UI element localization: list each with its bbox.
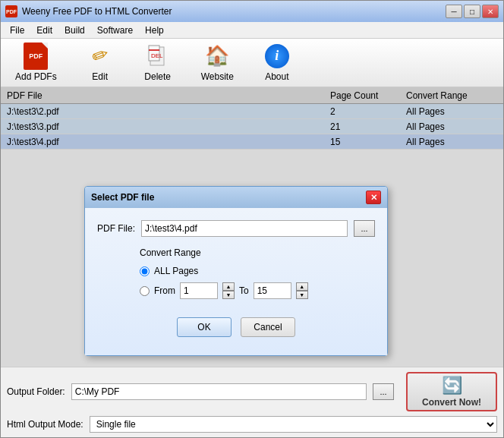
title-bar: PDF Weeny Free PDF to HTML Converter ─ □…	[1, 1, 503, 22]
menu-file[interactable]: File	[4, 24, 30, 37]
to-spinner-down[interactable]: ▼	[296, 291, 308, 299]
from-to-row: From ▲ ▼ To ▲ ▼	[140, 282, 375, 299]
close-button[interactable]: ✕	[482, 5, 499, 18]
select-pdf-dialog: Select PDF file ✕ PDF File: ... Convert …	[84, 186, 388, 356]
minimize-button[interactable]: ─	[446, 5, 462, 18]
delete-icon: DEL	[146, 44, 170, 68]
pdf-icon: PDF	[24, 44, 48, 68]
website-label: Website	[201, 71, 234, 82]
pdf-browse-button[interactable]: ...	[354, 220, 375, 237]
convert-icon: 🔄	[442, 376, 462, 395]
main-window: PDF Weeny Free PDF to HTML Converter ─ □…	[0, 0, 504, 438]
dialog-body: PDF File: ... Convert Range ALL Pages Fr…	[85, 208, 387, 355]
to-spinner: ▲ ▼	[296, 282, 308, 299]
menu-bar: File Edit Build Software Help	[1, 22, 503, 39]
convert-range-label: Convert Range	[140, 247, 375, 258]
window-controls: ─ □ ✕	[446, 5, 499, 18]
house-icon: 🏠	[205, 44, 229, 68]
convert-label: Convert Now!	[422, 397, 481, 408]
bottom-panel: Output Folder: ... 🔄 Convert Now! Html O…	[1, 367, 503, 437]
pdf-file-row: PDF File: ...	[97, 220, 375, 237]
from-label: From	[154, 285, 175, 296]
window-title: Weeny Free PDF to HTML Converter	[22, 6, 446, 17]
dialog-buttons: OK Cancel	[97, 311, 375, 343]
from-input[interactable]	[180, 282, 218, 299]
all-pages-label: ALL Pages	[154, 266, 198, 276]
from-spinner-up[interactable]: ▲	[222, 282, 235, 291]
menu-edit[interactable]: Edit	[30, 24, 58, 37]
restore-button[interactable]: □	[464, 5, 480, 18]
file-list-container: PDF File Page Count Convert Range J:\tes…	[1, 87, 503, 367]
delete-button[interactable]: DEL Delete	[135, 40, 181, 86]
to-label: To	[239, 285, 249, 296]
add-pdfs-label: Add PDFs	[15, 71, 57, 82]
cancel-button[interactable]: Cancel	[241, 317, 295, 337]
pencil-icon: ✏	[88, 44, 112, 68]
svg-text:DEL: DEL	[151, 52, 163, 59]
output-folder-row: Output Folder: ... 🔄 Convert Now!	[7, 372, 497, 411]
edit-button[interactable]: ✏ Edit	[77, 40, 123, 86]
output-browse-button[interactable]: ...	[373, 383, 394, 400]
ok-button[interactable]: OK	[177, 317, 232, 337]
convert-now-button[interactable]: 🔄 Convert Now!	[406, 372, 497, 411]
all-pages-row: ALL Pages	[140, 266, 375, 276]
pdf-file-input[interactable]	[141, 220, 348, 237]
dialog-title-bar: Select PDF file ✕	[85, 187, 387, 208]
to-input[interactable]	[254, 282, 291, 299]
to-spinner-up[interactable]: ▲	[296, 282, 308, 291]
info-icon: i	[265, 44, 289, 68]
menu-software[interactable]: Software	[91, 24, 139, 37]
edit-label: Edit	[92, 71, 108, 82]
from-to-radio[interactable]	[140, 286, 150, 296]
website-button[interactable]: 🏠 Website	[193, 40, 242, 86]
toolbar: PDF Add PDFs ✏ Edit DEL Delete	[1, 39, 503, 87]
from-spinner: ▲ ▼	[222, 282, 235, 299]
html-output-select[interactable]: Single file Multiple files	[90, 416, 497, 433]
about-label: About	[265, 71, 288, 82]
add-pdfs-button[interactable]: PDF Add PDFs	[7, 40, 65, 86]
output-folder-input[interactable]	[71, 383, 367, 400]
output-folder-label: Output Folder:	[7, 386, 65, 397]
about-button[interactable]: i About	[254, 40, 300, 86]
dialog-close-button[interactable]: ✕	[366, 191, 381, 204]
html-output-label: Html Output Mode:	[7, 419, 83, 430]
menu-build[interactable]: Build	[58, 24, 91, 37]
dialog-title: Select PDF file	[91, 192, 366, 203]
convert-range-group: ALL Pages From ▲ ▼ To ▲	[140, 266, 375, 299]
menu-help[interactable]: Help	[139, 24, 170, 37]
html-output-row: Html Output Mode: Single file Multiple f…	[7, 416, 497, 433]
all-pages-radio[interactable]	[140, 266, 150, 276]
app-icon: PDF	[5, 5, 17, 17]
from-spinner-down[interactable]: ▼	[222, 291, 235, 299]
delete-label: Delete	[144, 71, 171, 82]
pdf-file-label: PDF File:	[97, 223, 135, 234]
